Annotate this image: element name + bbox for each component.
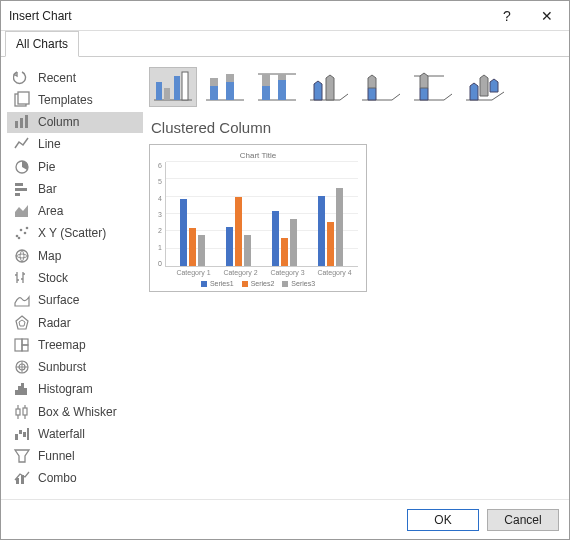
bar	[281, 238, 288, 266]
chart-plot-area: 6 5 4 3 2 1 0	[158, 162, 358, 267]
chart-preview[interactable]: Chart Title 6 5 4 3 2 1 0 Category 1	[149, 144, 367, 292]
sidebar-item-label: Templates	[38, 93, 93, 107]
close-button[interactable]: ✕	[527, 2, 567, 30]
stock-icon	[13, 269, 31, 287]
help-button[interactable]: ?	[487, 2, 527, 30]
svg-rect-25	[22, 339, 28, 345]
map-icon	[13, 247, 31, 265]
sidebar-item-label: Stock	[38, 271, 68, 285]
sidebar-item-histogram[interactable]: Histogram	[7, 379, 143, 400]
xtick: Category 4	[317, 269, 351, 276]
svg-rect-59	[262, 74, 270, 86]
sidebar-item-label: Radar	[38, 316, 71, 330]
svg-rect-55	[226, 74, 234, 82]
svg-rect-6	[15, 183, 23, 186]
chart-title: Chart Title	[158, 151, 358, 160]
subtype-100-stacked-column[interactable]	[253, 67, 301, 107]
svg-rect-2	[15, 121, 18, 128]
svg-point-13	[26, 227, 29, 230]
tab-label: All Charts	[16, 37, 68, 51]
legend-item: Series1	[201, 280, 234, 287]
sidebar-item-stock[interactable]: Stock	[7, 267, 143, 288]
sidebar-item-label: Box & Whisker	[38, 405, 117, 419]
sidebar-item-label: Funnel	[38, 449, 75, 463]
bar-icon	[13, 180, 31, 198]
sidebar-item-label: Sunburst	[38, 360, 86, 374]
sidebar-item-waterfall[interactable]: Waterfall	[7, 423, 143, 444]
sidebar-item-templates[interactable]: Templates	[7, 89, 143, 110]
bar	[336, 188, 343, 266]
main-panel: Clustered Column Chart Title 6 5 4 3 2 1…	[149, 67, 559, 489]
sidebar-item-box-whisker[interactable]: Box & Whisker	[7, 401, 143, 422]
sidebar-item-scatter[interactable]: X Y (Scatter)	[7, 223, 143, 244]
subtype-3d-100-stacked-column[interactable]	[409, 67, 457, 107]
ytick: 6	[158, 162, 162, 169]
sidebar-item-label: Waterfall	[38, 427, 85, 441]
sidebar-item-label: Combo	[38, 471, 77, 485]
tab-all-charts[interactable]: All Charts	[5, 31, 79, 57]
preview-heading: Clustered Column	[151, 119, 559, 136]
subtype-stacked-column[interactable]	[201, 67, 249, 107]
svg-rect-7	[15, 188, 27, 191]
sidebar-item-bar[interactable]: Bar	[7, 178, 143, 199]
svg-marker-43	[15, 450, 29, 462]
column-icon	[13, 113, 31, 131]
cancel-button[interactable]: Cancel	[487, 509, 559, 531]
subtype-3d-clustered-column[interactable]	[305, 67, 353, 107]
svg-rect-41	[23, 432, 26, 437]
sidebar-item-recent[interactable]: Recent	[7, 67, 143, 88]
sidebar-item-funnel[interactable]: Funnel	[7, 446, 143, 467]
legend-item: Series3	[282, 280, 315, 287]
svg-line-70	[492, 92, 504, 100]
scatter-icon	[13, 224, 31, 242]
sidebar-item-map[interactable]: Map	[7, 245, 143, 266]
x-axis: Category 1 Category 2 Category 3 Categor…	[170, 269, 358, 276]
xtick: Category 1	[176, 269, 210, 276]
treemap-icon	[13, 336, 31, 354]
sidebar-item-line[interactable]: Line	[7, 134, 143, 155]
sidebar-item-treemap[interactable]: Treemap	[7, 334, 143, 355]
legend: Series1 Series2 Series3	[158, 280, 358, 287]
bar	[244, 235, 251, 266]
y-axis: 6 5 4 3 2 1 0	[158, 162, 165, 267]
sidebar-item-sunburst[interactable]: Sunburst	[7, 356, 143, 377]
xtick: Category 3	[270, 269, 304, 276]
sidebar-item-label: Recent	[38, 71, 76, 85]
sidebar-item-radar[interactable]: Radar	[7, 312, 143, 333]
subtype-gallery	[149, 67, 559, 107]
ok-button[interactable]: OK	[407, 509, 479, 531]
xtick: Category 2	[223, 269, 257, 276]
ytick: 0	[158, 260, 162, 267]
sidebar-item-label: Treemap	[38, 338, 86, 352]
sidebar-item-area[interactable]: Area	[7, 201, 143, 222]
sidebar-item-label: X Y (Scatter)	[38, 226, 106, 240]
svg-rect-61	[278, 74, 286, 80]
sidebar-item-label: Line	[38, 137, 61, 151]
svg-line-65	[392, 94, 400, 100]
area-icon	[13, 202, 31, 220]
radar-icon	[13, 314, 31, 332]
subtype-clustered-column[interactable]	[149, 67, 197, 107]
tab-strip: All Charts	[1, 31, 569, 57]
titlebar: Insert Chart ? ✕	[1, 1, 569, 31]
histogram-icon	[13, 380, 31, 398]
svg-rect-42	[27, 428, 29, 440]
subtype-3d-column[interactable]	[461, 67, 509, 107]
sidebar-item-surface[interactable]: Surface	[7, 290, 143, 311]
surface-icon	[13, 291, 31, 309]
svg-rect-24	[15, 339, 22, 351]
svg-rect-33	[21, 383, 24, 395]
waterfall-icon	[13, 425, 31, 443]
recent-icon	[13, 69, 31, 87]
sidebar-item-pie[interactable]: Pie	[7, 156, 143, 177]
subtype-3d-stacked-column[interactable]	[357, 67, 405, 107]
ytick: 5	[158, 178, 162, 185]
bar-group	[318, 188, 343, 266]
ok-label: OK	[434, 513, 451, 527]
sidebar-item-column[interactable]: Column	[7, 112, 143, 133]
cancel-label: Cancel	[504, 513, 541, 527]
dialog-footer: OK Cancel	[1, 499, 569, 539]
sidebar-item-combo[interactable]: Combo	[7, 468, 143, 489]
svg-rect-47	[156, 82, 162, 100]
sidebar-item-label: Area	[38, 204, 63, 218]
